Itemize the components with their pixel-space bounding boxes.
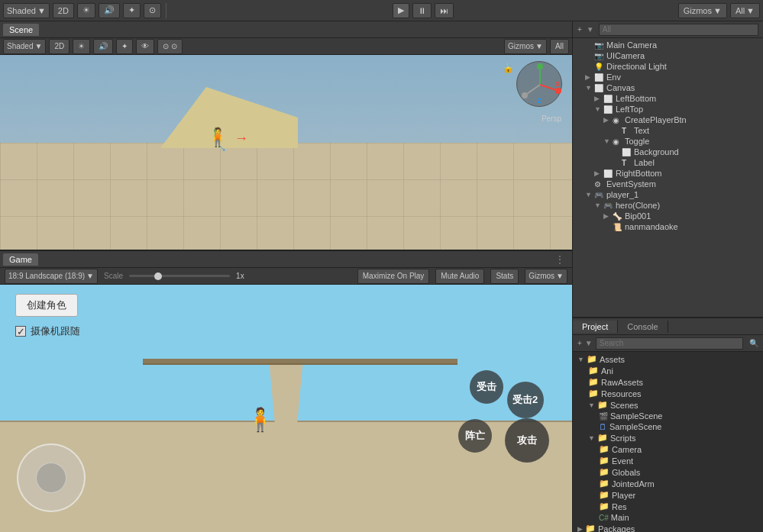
search-scene-btn[interactable]: All — [550, 39, 569, 54]
folder-player[interactable]: 📁 Player — [573, 489, 763, 501]
hierarchy-search[interactable] — [599, 24, 758, 36]
tree-label[interactable]: T Label — [573, 157, 763, 168]
hit2-button[interactable]: 受击2 — [507, 382, 544, 418]
arrow-canvas: ▼ — [585, 84, 593, 92]
file-samplescene[interactable]: 🗒 SampleScene — [573, 421, 763, 432]
tree-player1[interactable]: ▼ 🎮 player_1 — [573, 189, 763, 200]
icon-uicamera: 📷 — [594, 52, 605, 60]
maximize-on-play-btn[interactable]: Maximize On Play — [357, 269, 430, 284]
folder-event[interactable]: 📁 Event — [573, 455, 763, 466]
hit-button[interactable]: 受击 — [470, 370, 503, 404]
icon-background: ⬜ — [622, 148, 632, 156]
search-icon[interactable]: 🔍 — [749, 339, 758, 347]
icon-nanmandaoke: 📜 — [613, 223, 623, 231]
lock-icon[interactable]: 🔒 — [503, 63, 514, 73]
tab-game[interactable]: Game — [3, 253, 38, 266]
folder-camera[interactable]: 📁 Camera — [573, 443, 763, 455]
aspect-dropdown[interactable]: 18:9 Landscape (18:9)▼ — [5, 269, 98, 284]
folder-jointedarm[interactable]: 📁 JointedArm — [573, 478, 763, 489]
arrow-player1: ▼ — [585, 191, 593, 198]
scene-toolbar: Shaded▼ 2D ☀ 🔊 ✦ 👁 ⊙ ⊙ Gizmos▼ All — [0, 38, 572, 55]
gizmos-dropdown[interactable]: Gizmos ▼ — [678, 3, 727, 18]
game-options-btn[interactable]: ⋮ — [551, 253, 569, 266]
scene-view-btn[interactable]: ⊙ — [144, 3, 161, 18]
tree-uicamera[interactable]: 📷 UICamera — [573, 50, 763, 61]
arrow-rightbottom: ▶ — [594, 169, 602, 177]
scale-slider[interactable] — [129, 275, 230, 277]
folder-resources[interactable]: 📁 Resources — [573, 388, 763, 399]
scene-fx-btn[interactable]: ✦ — [116, 39, 133, 54]
tree-createplayerbtn[interactable]: ▶ ◉ CreatePlayerBtn — [573, 114, 763, 125]
hierarchy-panel: + ▼ 📷 Main Camera 📷 UICamera 💡 — [573, 21, 763, 318]
scene-light-btn[interactable]: ☀ — [73, 39, 90, 54]
tree-text[interactable]: T Text — [573, 125, 763, 136]
center-pause-btn[interactable]: ⏸ — [412, 3, 432, 18]
tree-lefttop[interactable]: ▼ ⬜ LeftTop — [573, 104, 763, 114]
mute-audio-btn[interactable]: Mute Audio — [435, 269, 484, 284]
tree-main-camera[interactable]: 📷 Main Camera — [573, 40, 763, 50]
audio-button[interactable]: 🔊 — [99, 3, 120, 18]
tree-background[interactable]: ⬜ Background — [573, 147, 763, 157]
tab-console[interactable]: Console — [618, 321, 668, 333]
center-step-btn[interactable]: ⏭ — [435, 3, 454, 18]
game-content: 创建角色 ✓ 摄像机跟随 🧍 受击 受击2 — [0, 285, 572, 532]
folder-scripts[interactable]: ▼ 📁 Scripts — [573, 432, 763, 443]
folder-assets[interactable]: ▼ 📁 Assets — [573, 353, 763, 365]
gizmos-scene-btn[interactable]: Gizmos▼ — [504, 39, 547, 54]
tree-toggle[interactable]: ▼ ◉ Toggle — [573, 136, 763, 147]
folder-scenes[interactable]: ▼ 📁 Scenes — [573, 399, 763, 411]
shading-dropdown[interactable]: Shaded ▼ — [3, 3, 50, 18]
create-character-btn[interactable]: 创建角色 — [15, 294, 78, 317]
folder-packages[interactable]: ▶ 📁 Packages — [573, 523, 763, 532]
arrow-packages: ▶ — [577, 525, 583, 533]
all-dropdown[interactable]: All ▼ — [730, 3, 760, 18]
icon-scripts: 📁 — [597, 433, 608, 443]
file-samplescene-unity[interactable]: 🎬 SampleScene — [573, 411, 763, 421]
icon-event: 📁 — [599, 456, 609, 466]
2d-button[interactable]: 2D — [53, 3, 74, 18]
tree-env[interactable]: ▶ ⬜ Env — [573, 72, 763, 82]
tree-canvas[interactable]: ▼ ⬜ Canvas — [573, 82, 763, 93]
light-button[interactable]: ☀ — [77, 3, 95, 18]
game-view: Game ⋮ 18:9 Landscape (18:9)▼ Scale 1x M… — [0, 250, 572, 532]
fx-button[interactable]: ✦ — [123, 3, 141, 18]
tree-eventsystem[interactable]: ⚙ EventSystem — [573, 179, 763, 189]
icon-camera-folder: 📁 — [599, 444, 609, 454]
tree-directional-light[interactable]: 💡 Directional Light — [573, 61, 763, 72]
tree-bip001[interactable]: ▶ 🦴 Bip001 — [573, 211, 763, 221]
pc-tabs: Project Console — [573, 318, 763, 335]
icon-player1: 🎮 — [594, 191, 605, 199]
scene-3d-view[interactable]: 🧍 ↑ → → Y X Z — [0, 55, 572, 250]
scene-hidden-btn[interactable]: 👁 — [136, 39, 154, 54]
joystick[interactable] — [17, 443, 86, 512]
folder-rawassets[interactable]: 📁 RawAssets — [573, 376, 763, 388]
stats-btn[interactable]: Stats — [490, 269, 519, 284]
game-gizmos-btn[interactable]: Gizmos▼ — [525, 269, 567, 284]
scene-grid — [0, 143, 572, 250]
tree-rightbottom[interactable]: ▶ ⬜ RightBottom — [573, 168, 763, 179]
icon-resources: 📁 — [588, 389, 599, 398]
tree-hero-clone[interactable]: ▼ 🎮 hero(Clone) — [573, 200, 763, 211]
scene-extra-btn[interactable]: ⊙ ⊙ — [157, 39, 183, 54]
tab-project[interactable]: Project — [573, 321, 618, 333]
camera-follow-checkbox[interactable]: ✓ — [15, 326, 26, 337]
separator-1 — [166, 3, 167, 18]
folder-ani[interactable]: 📁 Ani — [573, 365, 763, 376]
add-asset-btn[interactable]: + — [577, 339, 582, 347]
scene-2d-btn[interactable]: 2D — [49, 39, 70, 54]
folder-res[interactable]: 📁 Res — [573, 501, 763, 512]
tree-nanmandaoke[interactable]: 📜 nanmandaoke — [573, 221, 763, 232]
icon-main-camera: 📷 — [594, 41, 605, 50]
file-main[interactable]: C# Main — [573, 512, 763, 523]
center-play-btn[interactable]: ▶ — [393, 3, 409, 18]
add-hierarchy-btn[interactable]: + — [577, 25, 582, 34]
shading-select[interactable]: Shaded▼ — [3, 39, 46, 54]
icon-rawassets: 📁 — [588, 377, 599, 387]
tree-leftbottom[interactable]: ▶ ⬜ LeftBottom — [573, 93, 763, 104]
arrow-scenes: ▼ — [588, 401, 595, 409]
tab-scene[interactable]: Scene — [3, 24, 39, 36]
scene-audio-btn[interactable]: 🔊 — [93, 39, 113, 54]
folder-globals[interactable]: 📁 Globals — [573, 466, 763, 478]
attack-button[interactable]: 攻击 — [505, 418, 549, 463]
asset-search[interactable] — [596, 337, 743, 350]
